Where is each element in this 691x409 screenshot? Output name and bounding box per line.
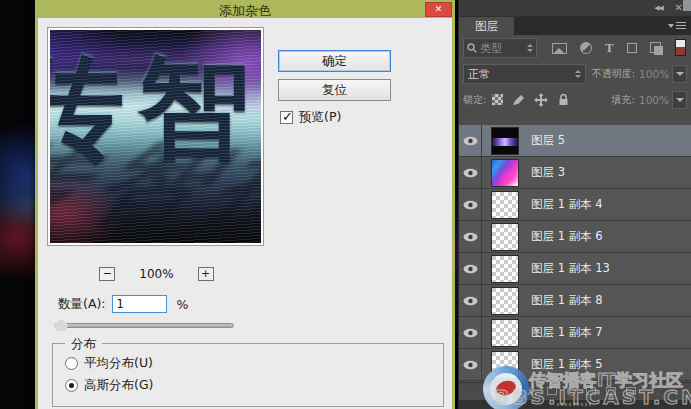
radio-gaussian-label: 高斯分布(G) xyxy=(84,377,153,394)
radio-uniform[interactable]: 平均分布(U) xyxy=(65,355,153,372)
preview-checkbox-label: 预览(P) xyxy=(299,109,341,126)
filter-pixel-layers-icon[interactable] xyxy=(552,43,567,54)
filter-shape-layers-icon[interactable] xyxy=(627,43,637,53)
tab-layers[interactable]: 图层 xyxy=(459,17,514,35)
slider-track[interactable] xyxy=(54,323,234,328)
fill-dropdown-button[interactable] xyxy=(672,91,687,109)
delete-layer-icon[interactable] xyxy=(626,387,636,395)
layer-row[interactable]: 图层 1 副本 13 xyxy=(459,253,691,285)
preview-checkbox-row[interactable]: 预览(P) xyxy=(280,109,341,126)
lock-position-move-icon[interactable] xyxy=(534,93,548,107)
layer-row[interactable]: 图层 1 副本 6 xyxy=(459,221,691,253)
layer-label: 图层 1 副本 4 xyxy=(531,197,603,212)
zoom-out-button[interactable]: − xyxy=(99,267,115,281)
noise-preview-frame[interactable]: 传智播 传智播 xyxy=(47,27,264,246)
visibility-eye-icon[interactable] xyxy=(459,317,482,348)
layer-list: 图层 5 图层 3 图层 1 副本 4 xyxy=(459,125,691,381)
visibility-eye-icon[interactable] xyxy=(459,125,482,156)
reset-button[interactable]: 复位 xyxy=(278,79,391,101)
visibility-eye-icon[interactable] xyxy=(459,157,482,188)
filter-smart-objects-icon[interactable] xyxy=(650,42,663,55)
layer-group-icon[interactable] xyxy=(586,387,596,395)
amount-input[interactable] xyxy=(112,295,167,313)
filter-type-combo[interactable]: 类型 xyxy=(463,38,537,58)
blend-mode-combo[interactable]: 正常 xyxy=(463,64,586,84)
zoom-level: 100% xyxy=(139,267,173,281)
add-noise-dialog: 添加杂色 ✕ 传智播 传智播 − 100% + 数量(A): % xyxy=(35,0,455,409)
close-icon[interactable]: ✕ xyxy=(425,2,452,17)
preview-image: 传智播 传智播 xyxy=(50,30,261,243)
panel-resize-strip xyxy=(459,400,691,409)
preview-text-shadow: 传智播 xyxy=(50,134,261,233)
visibility-eye-icon[interactable] xyxy=(459,285,482,316)
zoom-in-button[interactable]: + xyxy=(198,267,214,281)
radio-uniform-label: 平均分布(U) xyxy=(84,355,153,372)
fill-label: 填充: xyxy=(612,93,635,107)
layer-thumbnail[interactable] xyxy=(491,127,519,155)
scrollbar-stub[interactable] xyxy=(683,0,691,11)
panel-header-bar: ◀◀ ✕ xyxy=(459,0,691,17)
layer-thumbnail[interactable] xyxy=(491,159,519,187)
collapse-panels-icon[interactable]: ◀◀ xyxy=(654,4,663,12)
amount-row: 数量(A): % xyxy=(58,295,188,313)
lock-icons xyxy=(492,93,570,107)
lock-transparency-icon[interactable] xyxy=(492,94,503,105)
layer-thumbnail[interactable] xyxy=(491,223,519,251)
lock-all-icon[interactable] xyxy=(557,93,570,106)
layer-row[interactable]: 图层 3 xyxy=(459,157,691,189)
layer-thumbnail[interactable] xyxy=(491,351,519,379)
layer-thumbnail[interactable] xyxy=(491,255,519,283)
layer-thumbnail[interactable] xyxy=(491,287,519,315)
layer-label: 图层 1 副本 7 xyxy=(531,325,603,340)
amount-slider[interactable] xyxy=(54,319,234,331)
distribution-legend: 分布 xyxy=(65,336,102,353)
lock-label: 锁定: xyxy=(463,93,486,107)
ok-button[interactable]: 确定 xyxy=(278,50,391,72)
layer-label: 图层 5 xyxy=(531,133,565,148)
filter-type-layers-icon[interactable]: T xyxy=(605,42,614,54)
visibility-eye-icon[interactable] xyxy=(459,189,482,220)
amount-label: 数量(A): xyxy=(58,296,106,313)
layer-label: 图层 1 副本 6 xyxy=(531,229,603,244)
layer-mask-icon[interactable] xyxy=(547,387,557,395)
visibility-eye-icon[interactable] xyxy=(459,221,482,252)
filter-type-label: 类型 xyxy=(480,41,527,56)
layer-row[interactable]: 图层 1 副本 4 xyxy=(459,189,691,221)
panel-close-icon[interactable]: ✕ xyxy=(675,2,683,13)
radio-gaussian-circle[interactable] xyxy=(65,379,78,392)
opacity-value: 100% xyxy=(639,68,669,80)
new-layer-icon[interactable] xyxy=(606,387,616,395)
lock-pixels-brush-icon[interactable] xyxy=(512,93,525,106)
layer-row[interactable]: 图层 1 副本 5 xyxy=(459,349,691,381)
preview-text: 传智播 xyxy=(50,46,261,169)
layers-panel-footer: fx. xyxy=(459,382,691,399)
filter-kind-icons: T xyxy=(552,42,663,55)
menu-triangle-icon xyxy=(668,24,674,28)
lock-row: 锁定: 填充: 100% xyxy=(459,87,691,112)
layer-thumbnail[interactable] xyxy=(491,319,519,347)
panel-menu-icon[interactable] xyxy=(668,22,686,29)
layer-fx-icon[interactable]: fx. xyxy=(523,385,537,398)
visibility-eye-icon[interactable] xyxy=(459,349,482,380)
distribution-group: 分布 平均分布(U) 高斯分布(G) xyxy=(52,343,444,407)
radio-uniform-circle[interactable] xyxy=(65,357,78,370)
opacity-label: 不透明度: xyxy=(592,67,635,81)
preview-zoom-controls: − 100% + xyxy=(47,267,266,281)
layer-row[interactable]: 图层 5 xyxy=(459,125,691,157)
panel-tab-bar: 图层 xyxy=(459,17,691,35)
visibility-eye-icon[interactable] xyxy=(459,253,482,284)
preview-checkbox[interactable] xyxy=(280,111,293,124)
layer-label: 图层 1 副本 8 xyxy=(531,293,603,308)
layer-thumbnail[interactable] xyxy=(491,191,519,219)
adjustment-layer-icon[interactable] xyxy=(567,387,576,396)
layer-row[interactable]: 图层 1 副本 8 xyxy=(459,285,691,317)
opacity-dropdown-button[interactable] xyxy=(672,65,687,83)
filter-on-off-toggle[interactable] xyxy=(675,39,686,56)
layer-filter-row: 类型 T xyxy=(459,35,691,61)
fill-group: 填充: 100% xyxy=(606,91,687,109)
layer-row[interactable]: 图层 1 副本 7 xyxy=(459,317,691,349)
resize-grip-icon[interactable] xyxy=(557,403,593,406)
radio-gaussian[interactable]: 高斯分布(G) xyxy=(65,377,153,394)
filter-adjustment-layers-icon[interactable] xyxy=(580,42,592,54)
slider-thumb[interactable] xyxy=(54,319,68,331)
